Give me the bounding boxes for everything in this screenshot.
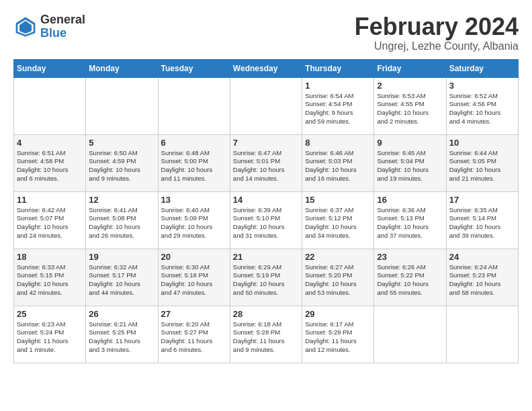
calendar-table: SundayMondayTuesdayWednesdayThursdayFrid…	[13, 59, 519, 363]
day-info: Sunrise: 6:54 AM Sunset: 4:54 PM Dayligh…	[305, 92, 371, 126]
calendar-cell: 13Sunrise: 6:40 AM Sunset: 5:09 PM Dayli…	[158, 191, 230, 248]
calendar-cell: 8Sunrise: 6:46 AM Sunset: 5:03 PM Daylig…	[302, 134, 374, 191]
day-number: 27	[161, 309, 227, 319]
day-number: 12	[89, 195, 154, 205]
day-info: Sunrise: 6:42 AM Sunset: 5:07 PM Dayligh…	[17, 206, 83, 240]
calendar-cell: 23Sunrise: 6:26 AM Sunset: 5:22 PM Dayli…	[374, 248, 446, 306]
day-info: Sunrise: 6:41 AM Sunset: 5:08 PM Dayligh…	[89, 206, 154, 240]
day-info: Sunrise: 6:20 AM Sunset: 5:27 PM Dayligh…	[161, 320, 227, 355]
column-header-tuesday: Tuesday	[158, 59, 230, 77]
day-number: 15	[305, 195, 371, 205]
day-info: Sunrise: 6:18 AM Sunset: 5:28 PM Dayligh…	[233, 320, 299, 355]
day-number: 24	[449, 252, 515, 262]
day-info: Sunrise: 6:36 AM Sunset: 5:13 PM Dayligh…	[377, 206, 443, 240]
day-number: 21	[233, 252, 299, 262]
calendar-week-row: 11Sunrise: 6:42 AM Sunset: 5:07 PM Dayli…	[14, 191, 519, 248]
day-number: 18	[17, 252, 83, 262]
calendar-cell: 29Sunrise: 6:17 AM Sunset: 5:29 PM Dayli…	[302, 306, 374, 363]
day-info: Sunrise: 6:33 AM Sunset: 5:15 PM Dayligh…	[17, 263, 83, 298]
calendar-cell: 14Sunrise: 6:39 AM Sunset: 5:10 PM Dayli…	[230, 191, 302, 248]
calendar-cell: 10Sunrise: 6:44 AM Sunset: 5:05 PM Dayli…	[446, 134, 518, 191]
calendar-cell: 1Sunrise: 6:54 AM Sunset: 4:54 PM Daylig…	[302, 77, 374, 134]
column-header-thursday: Thursday	[302, 59, 374, 77]
day-number: 7	[233, 138, 299, 148]
logo-general-label: General	[40, 13, 85, 27]
calendar-cell: 4Sunrise: 6:51 AM Sunset: 4:58 PM Daylig…	[14, 134, 86, 191]
calendar-cell: 21Sunrise: 6:29 AM Sunset: 5:19 PM Dayli…	[230, 248, 302, 306]
day-number: 28	[233, 309, 299, 319]
calendar-week-row: 4Sunrise: 6:51 AM Sunset: 4:58 PM Daylig…	[14, 134, 519, 191]
day-info: Sunrise: 6:51 AM Sunset: 4:58 PM Dayligh…	[17, 149, 83, 183]
calendar-week-row: 18Sunrise: 6:33 AM Sunset: 5:15 PM Dayli…	[14, 248, 519, 306]
day-number: 8	[305, 138, 371, 148]
calendar-cell	[86, 77, 158, 134]
location-subtitle: Ungrej, Lezhe County, Albania	[355, 40, 519, 52]
column-header-friday: Friday	[374, 59, 446, 77]
day-info: Sunrise: 6:32 AM Sunset: 5:17 PM Dayligh…	[89, 263, 154, 298]
calendar-cell	[374, 306, 446, 363]
calendar-cell: 12Sunrise: 6:41 AM Sunset: 5:08 PM Dayli…	[86, 191, 158, 248]
logo: General Blue	[13, 13, 85, 40]
day-info: Sunrise: 6:46 AM Sunset: 5:03 PM Dayligh…	[305, 149, 371, 183]
day-number: 25	[17, 309, 83, 319]
day-info: Sunrise: 6:45 AM Sunset: 5:04 PM Dayligh…	[377, 149, 443, 183]
day-number: 17	[449, 195, 515, 205]
column-header-monday: Monday	[86, 59, 158, 77]
calendar-cell: 22Sunrise: 6:27 AM Sunset: 5:20 PM Dayli…	[302, 248, 374, 306]
calendar-cell: 9Sunrise: 6:45 AM Sunset: 5:04 PM Daylig…	[374, 134, 446, 191]
calendar-cell	[158, 77, 230, 134]
day-number: 2	[377, 81, 443, 91]
day-number: 29	[305, 309, 371, 319]
day-info: Sunrise: 6:44 AM Sunset: 5:05 PM Dayligh…	[449, 149, 515, 183]
calendar-week-row: 25Sunrise: 6:23 AM Sunset: 5:24 PM Dayli…	[14, 306, 519, 363]
day-info: Sunrise: 6:23 AM Sunset: 5:24 PM Dayligh…	[17, 320, 83, 355]
calendar-cell	[230, 77, 302, 134]
calendar-cell: 19Sunrise: 6:32 AM Sunset: 5:17 PM Dayli…	[86, 248, 158, 306]
column-header-sunday: Sunday	[14, 59, 86, 77]
day-number: 14	[233, 195, 299, 205]
page-header: General Blue February 2024 Ungrej, Lezhe…	[13, 13, 519, 52]
calendar-cell: 28Sunrise: 6:18 AM Sunset: 5:28 PM Dayli…	[230, 306, 302, 363]
logo-text: General Blue	[40, 13, 85, 40]
day-number: 5	[89, 138, 154, 148]
logo-blue-label: Blue	[40, 27, 85, 40]
logo-icon	[13, 15, 38, 39]
month-year-title: February 2024	[355, 13, 519, 40]
day-number: 26	[89, 309, 154, 319]
day-number: 4	[17, 138, 83, 148]
calendar-cell: 26Sunrise: 6:21 AM Sunset: 5:25 PM Dayli…	[86, 306, 158, 363]
calendar-cell: 25Sunrise: 6:23 AM Sunset: 5:24 PM Dayli…	[14, 306, 86, 363]
day-number: 10	[449, 138, 515, 148]
calendar-cell: 17Sunrise: 6:35 AM Sunset: 5:14 PM Dayli…	[446, 191, 518, 248]
calendar-cell: 20Sunrise: 6:30 AM Sunset: 5:18 PM Dayli…	[158, 248, 230, 306]
day-number: 11	[17, 195, 83, 205]
column-header-saturday: Saturday	[446, 59, 518, 77]
calendar-header-row: SundayMondayTuesdayWednesdayThursdayFrid…	[14, 59, 519, 77]
day-info: Sunrise: 6:39 AM Sunset: 5:10 PM Dayligh…	[233, 206, 299, 240]
day-number: 3	[449, 81, 515, 91]
day-info: Sunrise: 6:50 AM Sunset: 4:59 PM Dayligh…	[89, 149, 154, 183]
calendar-cell: 15Sunrise: 6:37 AM Sunset: 5:12 PM Dayli…	[302, 191, 374, 248]
day-number: 13	[161, 195, 227, 205]
day-info: Sunrise: 6:35 AM Sunset: 5:14 PM Dayligh…	[449, 206, 515, 240]
day-info: Sunrise: 6:48 AM Sunset: 5:00 PM Dayligh…	[161, 149, 227, 183]
calendar-cell: 3Sunrise: 6:52 AM Sunset: 4:56 PM Daylig…	[446, 77, 518, 134]
day-info: Sunrise: 6:21 AM Sunset: 5:25 PM Dayligh…	[89, 320, 154, 355]
column-header-wednesday: Wednesday	[230, 59, 302, 77]
day-info: Sunrise: 6:17 AM Sunset: 5:29 PM Dayligh…	[305, 320, 371, 355]
day-number: 6	[161, 138, 227, 148]
calendar-cell: 27Sunrise: 6:20 AM Sunset: 5:27 PM Dayli…	[158, 306, 230, 363]
calendar-cell	[14, 77, 86, 134]
day-info: Sunrise: 6:29 AM Sunset: 5:19 PM Dayligh…	[233, 263, 299, 298]
title-block: February 2024 Ungrej, Lezhe County, Alba…	[355, 13, 519, 52]
day-number: 9	[377, 138, 443, 148]
calendar-week-row: 1Sunrise: 6:54 AM Sunset: 4:54 PM Daylig…	[14, 77, 519, 134]
calendar-cell: 11Sunrise: 6:42 AM Sunset: 5:07 PM Dayli…	[14, 191, 86, 248]
day-info: Sunrise: 6:37 AM Sunset: 5:12 PM Dayligh…	[305, 206, 371, 240]
day-info: Sunrise: 6:26 AM Sunset: 5:22 PM Dayligh…	[377, 263, 443, 298]
day-number: 19	[89, 252, 154, 262]
day-info: Sunrise: 6:24 AM Sunset: 5:23 PM Dayligh…	[449, 263, 515, 298]
day-number: 16	[377, 195, 443, 205]
day-info: Sunrise: 6:40 AM Sunset: 5:09 PM Dayligh…	[161, 206, 227, 240]
day-info: Sunrise: 6:30 AM Sunset: 5:18 PM Dayligh…	[161, 263, 227, 298]
